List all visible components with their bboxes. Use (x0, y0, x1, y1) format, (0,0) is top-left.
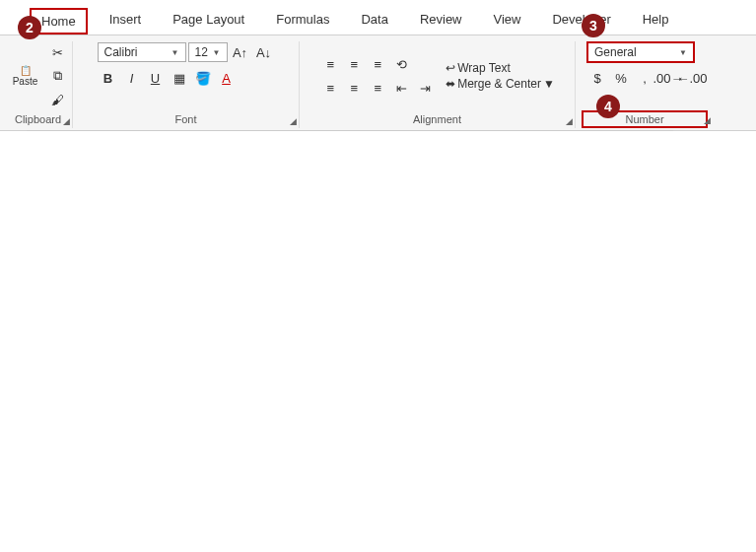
clipboard-icon: 📋 (20, 65, 32, 76)
wrap-text-button[interactable]: ↩ Wrap Text (446, 61, 555, 75)
tab-data[interactable]: Data (351, 8, 397, 34)
font-name-value: Calibri (104, 45, 138, 59)
number-launcher-icon[interactable]: ◢ (704, 115, 711, 125)
font-name-combo[interactable]: Calibri ▼ (98, 42, 186, 62)
increase-font-icon[interactable]: A↑ (230, 41, 251, 63)
tab-view[interactable]: View (484, 8, 531, 34)
format-painter-icon[interactable]: 🖌 (47, 89, 69, 110)
bold-button[interactable]: B (98, 67, 119, 89)
col-header-c[interactable]: C (62, 130, 210, 131)
group-number: General ▼ $ % , .00→ ←.00 Number ◢ (576, 41, 714, 128)
increase-indent-icon[interactable]: ⇥ (414, 77, 436, 99)
alignment-launcher-icon[interactable]: ◢ (566, 116, 573, 126)
tab-insert[interactable]: Insert (100, 8, 152, 34)
align-left-icon[interactable]: ≡ (319, 77, 341, 99)
cut-icon[interactable]: ✂ (47, 41, 69, 63)
tab-review[interactable]: Review (410, 8, 472, 34)
wrap-text-label: Wrap Text (457, 61, 511, 75)
tab-help[interactable]: Help (633, 8, 679, 34)
chevron-down-icon: ▼ (679, 48, 687, 57)
ribbon-tabs: Home Insert Page Layout Formulas Data Re… (0, 0, 756, 35)
font-size-combo[interactable]: 12 ▼ (188, 42, 228, 62)
align-right-icon[interactable]: ≡ (367, 77, 388, 99)
merge-center-button[interactable]: ⬌ Merge & Center ▼ (446, 77, 555, 91)
paste-button[interactable]: 📋 Paste (8, 51, 43, 101)
callout-2: 2 (18, 16, 41, 39)
align-center-icon[interactable]: ≡ (343, 77, 365, 99)
decrease-font-icon[interactable]: A↓ (253, 41, 275, 63)
tab-formulas[interactable]: Formulas (266, 8, 339, 34)
group-clipboard: 📋 Paste ✂ ⧉ 🖌 Clipboard ◢ (4, 41, 73, 128)
chevron-down-icon: ▼ (172, 48, 179, 57)
group-alignment: ≡ ≡ ≡ ⟲ ≡ ≡ ≡ ⇤ ⇥ ↩ Wrap Text (300, 41, 576, 128)
underline-button[interactable]: U (145, 67, 167, 89)
decrease-decimal-icon[interactable]: ←.00 (681, 67, 703, 89)
group-font: Calibri ▼ 12 ▼ A↑ A↓ B I U ▦ 🪣 A Font ◢ (73, 41, 300, 128)
alignment-group-label: Alignment (306, 110, 569, 128)
callout-3: 3 (582, 14, 605, 37)
percent-icon[interactable]: % (610, 67, 632, 89)
align-bottom-icon[interactable]: ≡ (367, 53, 388, 75)
wrap-text-icon: ↩ (446, 61, 455, 75)
column-headers: B C D E F (27, 130, 673, 131)
clipboard-group-label: Clipboard (10, 110, 66, 128)
font-group-label: Font (79, 110, 293, 128)
currency-icon[interactable]: $ (586, 67, 608, 89)
number-format-value: General (594, 45, 637, 59)
decrease-indent-icon[interactable]: ⇤ (390, 77, 412, 99)
chevron-down-icon: ▼ (213, 48, 221, 57)
orientation-icon[interactable]: ⟲ (390, 53, 412, 75)
borders-icon[interactable]: ▦ (169, 67, 190, 89)
align-middle-icon[interactable]: ≡ (343, 53, 365, 75)
col-header-e[interactable]: E (368, 130, 486, 131)
col-header-f[interactable]: F (486, 130, 673, 131)
number-format-combo[interactable]: General ▼ (586, 41, 695, 63)
font-size-value: 12 (195, 45, 208, 59)
merge-label: Merge & Center (457, 77, 541, 91)
chevron-down-icon: ▼ (543, 77, 555, 91)
font-color-icon[interactable]: A (216, 67, 238, 89)
col-header-d[interactable]: D (210, 130, 368, 131)
italic-button[interactable]: I (121, 67, 143, 89)
fill-color-icon[interactable]: 🪣 (192, 67, 214, 89)
font-launcher-icon[interactable]: ◢ (290, 116, 297, 126)
paste-label: Paste (13, 76, 38, 87)
merge-icon: ⬌ (446, 77, 455, 91)
callout-4: 4 (596, 95, 620, 118)
align-top-icon[interactable]: ≡ (319, 53, 341, 75)
clipboard-launcher-icon[interactable]: ◢ (63, 116, 70, 126)
ribbon-body: 📋 Paste ✂ ⧉ 🖌 Clipboard ◢ Calibri ▼ 12 ▼ (0, 35, 756, 131)
tab-page-layout[interactable]: Page Layout (163, 8, 254, 34)
copy-icon[interactable]: ⧉ (47, 65, 69, 87)
col-header-b[interactable]: B (27, 130, 62, 131)
